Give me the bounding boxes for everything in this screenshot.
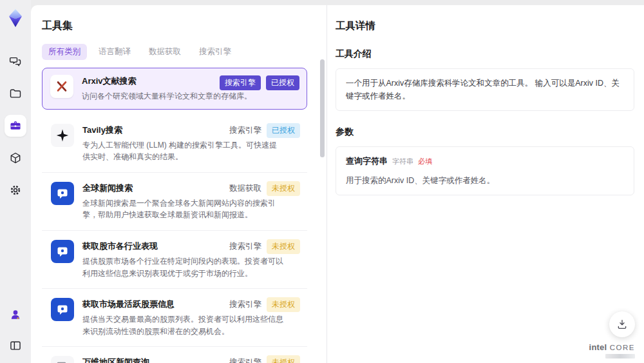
tool-row[interactable]: Tavily搜索 专为人工智能代理 (LLM) 构建的搜索引擎工具。可快速提供实…	[42, 115, 307, 173]
tool-tags: 数据获取 未授权	[229, 181, 300, 196]
tool-tags: 搜索引擎 未授权	[229, 239, 300, 254]
auth-status-badge: 未授权	[267, 297, 300, 312]
page-title: 工具集	[42, 19, 307, 33]
download-button[interactable]	[609, 311, 635, 337]
newspaper-icon	[51, 356, 74, 363]
tool-tags: 搜索引擎 已授权	[220, 75, 299, 90]
tool-row[interactable]: 获取市场最活跃股票信息 提供当天交易量最高的股票列表。投资者可以利用这些信息来识…	[42, 289, 307, 347]
arxiv-icon	[50, 75, 73, 98]
app-logo-icon	[5, 8, 26, 28]
tool-tags: 搜索引擎 已授权	[229, 123, 300, 138]
param-card: 查询字符串 字符串 必填 用于搜索的Arxiv ID、关键字或作者姓名。	[336, 146, 634, 195]
intro-card: 一个用于从Arxiv存储库搜索科学论文和文章的工具。 输入可以是Arxiv ID…	[336, 68, 634, 111]
brand-name: intel	[589, 342, 607, 352]
intro-text: 一个用于从Arxiv存储库搜索科学论文和文章的工具。 输入可以是Arxiv ID…	[346, 79, 620, 101]
toolbox-icon[interactable]	[5, 115, 26, 137]
tool-list: Arxiv文献搜索 访问各个研究领域大量科学论文和文章的存储库。 搜索引擎 已授…	[42, 68, 307, 363]
folder-icon[interactable]	[5, 83, 26, 104]
brand-series: CORE	[610, 344, 635, 351]
params-heading: 参数	[336, 126, 634, 138]
tool-description: 提供股票市场各个行业在特定时间段内的表现。投资者可以利用这些信息来识别表现优于或…	[82, 255, 283, 279]
rail-nav	[5, 50, 26, 201]
tab-translation[interactable]: 语言翻译	[92, 44, 137, 60]
category-label: 搜索引擎	[229, 125, 261, 136]
list-scrollbar[interactable]	[320, 59, 325, 157]
category-label: 数据获取	[229, 183, 261, 194]
tool-description: 全球新闻搜索是一个聚合全球各大新闻网站内容的搜索引擎，帮助用户快速获取全球最新资…	[82, 197, 283, 221]
tool-description: 提供当天交易量最高的股票列表。投资者可以利用这些信息来识别流动性强的股票和潜在的…	[82, 313, 283, 337]
tab-search-engine[interactable]: 搜索引擎	[193, 44, 238, 60]
param-type: 字符串	[392, 156, 413, 168]
auth-status-badge: 未授权	[267, 355, 300, 363]
detail-title: 工具详情	[336, 19, 634, 33]
auth-status-badge: 已授权	[266, 75, 299, 90]
download-icon	[616, 319, 628, 330]
settings-gear-icon[interactable]	[5, 179, 26, 201]
category-label: 搜索引擎	[229, 241, 261, 252]
tool-tags: 搜索引擎 未授权	[229, 355, 300, 363]
param-required-flag: 必填	[418, 156, 432, 168]
stock-app-icon	[51, 298, 74, 321]
package-icon[interactable]	[5, 147, 26, 169]
category-label: 搜索引擎	[229, 299, 261, 310]
tool-row[interactable]: 万维地区新闻查询 查询具体行政区划内的新闻，快速了解各地新闻动态 搜索引擎 未授…	[42, 347, 307, 363]
auth-status-badge: 未授权	[267, 239, 300, 254]
category-tabs: 所有类别 语言翻译 数据获取 搜索引擎	[42, 44, 307, 60]
intro-heading: 工具介绍	[336, 48, 634, 60]
intel-core-logo: intel CORE	[589, 342, 635, 358]
tavily-icon	[51, 124, 74, 147]
tool-row[interactable]: 获取股市各行业表现 提供股票市场各个行业在特定时间段内的表现。投资者可以利用这些…	[42, 231, 307, 289]
tab-all-categories[interactable]: 所有类别	[42, 44, 87, 60]
param-name: 查询字符串	[346, 155, 388, 168]
param-header: 查询字符串 字符串 必填	[346, 155, 624, 168]
collapse-sidebar-icon[interactable]	[5, 335, 26, 357]
tool-row[interactable]: Arxiv文献搜索 访问各个研究领域大量科学论文和文章的存储库。 搜索引擎 已授…	[42, 68, 307, 110]
tool-description: 专为人工智能代理 (LLM) 构建的搜索引擎工具。可快速提供实时、准确和真实的结…	[82, 139, 283, 163]
auth-status-badge: 已授权	[267, 123, 300, 138]
rail-bottom	[5, 304, 26, 357]
tab-data-fetch[interactable]: 数据获取	[142, 44, 187, 60]
category-badge: 搜索引擎	[220, 75, 261, 90]
auth-status-badge: 未授权	[267, 181, 300, 196]
app-surface: 工具集 所有类别 语言翻译 数据获取 搜索引擎 Arxiv文献搜索 访问各个研究…	[31, 5, 644, 363]
param-description: 用于搜索的Arxiv ID、关键字或作者姓名。	[346, 174, 624, 187]
tool-tags: 搜索引擎 未授权	[229, 297, 300, 312]
category-label: 搜索引擎	[229, 357, 261, 363]
tool-detail-panel: 工具详情 工具介绍 一个用于从Arxiv存储库搜索科学论文和文章的工具。 输入可…	[327, 5, 644, 363]
tool-description: 访问各个研究领域大量科学论文和文章的存储库。	[82, 90, 283, 103]
stock-app-icon	[51, 240, 74, 263]
news-app-icon	[51, 182, 74, 205]
tool-row[interactable]: 全球新闻搜索 全球新闻搜索是一个聚合全球各大新闻网站内容的搜索引擎，帮助用户快速…	[42, 173, 307, 231]
user-avatar-icon[interactable]	[5, 304, 26, 326]
left-rail	[0, 0, 31, 363]
tool-list-panel: 工具集 所有类别 语言翻译 数据获取 搜索引擎 Arxiv文献搜索 访问各个研究…	[31, 5, 327, 363]
intel-ultra-shimmer	[605, 354, 635, 358]
chat-icon[interactable]	[5, 50, 26, 72]
